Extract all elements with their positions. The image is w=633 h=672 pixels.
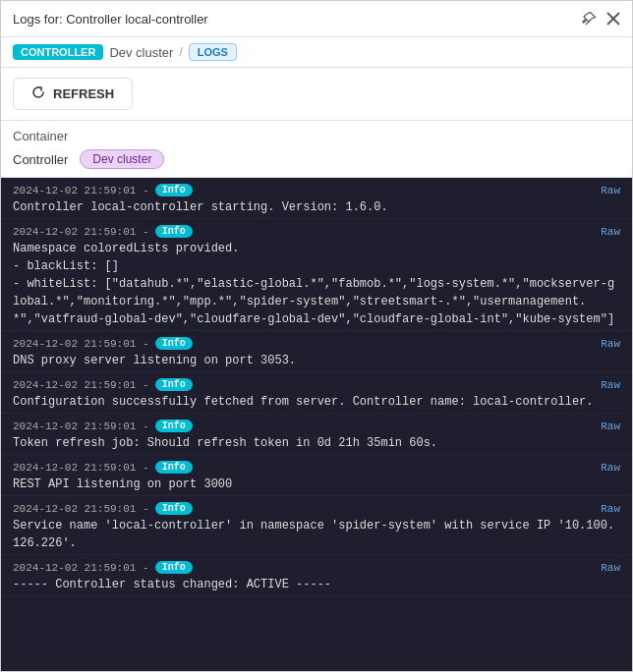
log-message: Controller local-controller starting. Ve…	[13, 198, 620, 216]
pin-icon[interactable]	[581, 11, 597, 27]
log-header: 2024-12-02 21:59:01 -InfoRaw	[13, 420, 620, 432]
close-icon[interactable]	[606, 12, 620, 26]
refresh-label: REFRESH	[53, 86, 114, 101]
log-timestamp: 2024-12-02 21:59:01 -	[13, 379, 149, 391]
container-section: Container Controller Dev cluster	[1, 121, 632, 178]
log-header: 2024-12-02 21:59:01 -InfoRaw	[13, 561, 620, 574]
log-entry: 2024-12-02 21:59:01 -InfoRaw----- Contro…	[1, 555, 632, 596]
dev-cluster-badge[interactable]: Dev cluster	[80, 149, 164, 169]
log-message: REST API listening on port 3000	[13, 476, 620, 493]
raw-link[interactable]: Raw	[601, 338, 620, 350]
log-header: 2024-12-02 21:59:01 -InfoRaw	[13, 461, 620, 474]
log-header: 2024-12-02 21:59:01 -InfoRaw	[13, 225, 620, 238]
log-level-badge: Info	[155, 420, 193, 432]
log-meta: 2024-12-02 21:59:01 -Info	[13, 420, 193, 432]
container-name: Controller	[13, 152, 68, 167]
log-message: ----- Controller status changed: ACTIVE …	[13, 576, 620, 593]
log-header: 2024-12-02 21:59:01 -InfoRaw	[13, 378, 620, 391]
cluster-label: Dev cluster	[109, 45, 173, 60]
log-entry: 2024-12-02 21:59:01 -InfoRawNamespace co…	[1, 219, 632, 331]
log-timestamp: 2024-12-02 21:59:01 -	[13, 462, 149, 474]
log-level-badge: Info	[155, 561, 193, 574]
log-message: Configuration successfully fetched from …	[13, 393, 620, 411]
log-timestamp: 2024-12-02 21:59:01 -	[13, 420, 149, 432]
raw-link[interactable]: Raw	[601, 185, 620, 196]
log-timestamp: 2024-12-02 21:59:01 -	[13, 562, 149, 574]
log-timestamp: 2024-12-02 21:59:01 -	[13, 338, 149, 350]
log-entry: 2024-12-02 21:59:01 -InfoRawController l…	[1, 178, 632, 219]
log-level-badge: Info	[155, 461, 193, 474]
log-meta: 2024-12-02 21:59:01 -Info	[13, 561, 193, 574]
breadcrumb: CONTROLLER Dev cluster / LOGS	[1, 37, 632, 68]
log-meta: 2024-12-02 21:59:01 -Info	[13, 502, 193, 515]
raw-link[interactable]: Raw	[601, 562, 620, 574]
log-message: DNS proxy server listening on port 3053.	[13, 352, 620, 369]
raw-link[interactable]: Raw	[601, 226, 620, 238]
log-timestamp: 2024-12-02 21:59:01 -	[13, 185, 149, 196]
header-title: Logs for: Controller local-controller	[13, 12, 208, 27]
controller-badge[interactable]: CONTROLLER	[13, 44, 103, 60]
log-entry: 2024-12-02 21:59:01 -InfoRawService name…	[1, 496, 632, 555]
log-entry: 2024-12-02 21:59:01 -InfoRawREST API lis…	[1, 455, 632, 496]
logs-area[interactable]: 2024-12-02 21:59:01 -InfoRawController l…	[1, 178, 632, 672]
log-meta: 2024-12-02 21:59:01 -Info	[13, 337, 193, 350]
log-meta: 2024-12-02 21:59:01 -Info	[13, 225, 193, 238]
log-meta: 2024-12-02 21:59:01 -Info	[13, 378, 193, 391]
header: Logs for: Controller local-controller	[1, 1, 632, 37]
container-section-label: Container	[13, 129, 620, 143]
log-message: Service name 'local-controller' in names…	[13, 517, 620, 552]
log-entry: 2024-12-02 21:59:01 -InfoRawToken refres…	[1, 414, 632, 455]
raw-link[interactable]: Raw	[601, 420, 620, 432]
toolbar: REFRESH	[1, 68, 632, 121]
svg-line-0	[586, 22, 589, 25]
header-actions	[581, 11, 620, 27]
log-meta: 2024-12-02 21:59:01 -Info	[13, 461, 193, 474]
log-message: Token refresh job: Should refresh token …	[13, 434, 620, 452]
container-row: Controller Dev cluster	[13, 149, 620, 169]
refresh-icon	[31, 85, 45, 102]
log-timestamp: 2024-12-02 21:59:01 -	[13, 503, 149, 515]
log-meta: 2024-12-02 21:59:01 -Info	[13, 184, 193, 196]
log-level-badge: Info	[155, 184, 193, 196]
log-header: 2024-12-02 21:59:01 -InfoRaw	[13, 337, 620, 350]
raw-link[interactable]: Raw	[601, 462, 620, 474]
log-entry: 2024-12-02 21:59:01 -InfoRawConfiguratio…	[1, 372, 632, 414]
raw-link[interactable]: Raw	[601, 503, 620, 515]
log-timestamp: 2024-12-02 21:59:01 -	[13, 226, 149, 238]
log-level-badge: Info	[155, 378, 193, 391]
raw-link[interactable]: Raw	[601, 379, 620, 391]
log-level-badge: Info	[155, 337, 193, 350]
refresh-button[interactable]: REFRESH	[13, 78, 133, 110]
log-entry: 2024-12-02 21:59:01 -InfoRawDNS proxy se…	[1, 331, 632, 372]
log-header: 2024-12-02 21:59:01 -InfoRaw	[13, 184, 620, 196]
log-level-badge: Info	[155, 225, 193, 238]
log-header: 2024-12-02 21:59:01 -InfoRaw	[13, 502, 620, 515]
log-level-badge: Info	[155, 502, 193, 515]
logs-badge[interactable]: LOGS	[189, 43, 237, 61]
log-message: Namespace coloredLists provided. - black…	[13, 240, 620, 328]
breadcrumb-separator: /	[179, 45, 182, 59]
